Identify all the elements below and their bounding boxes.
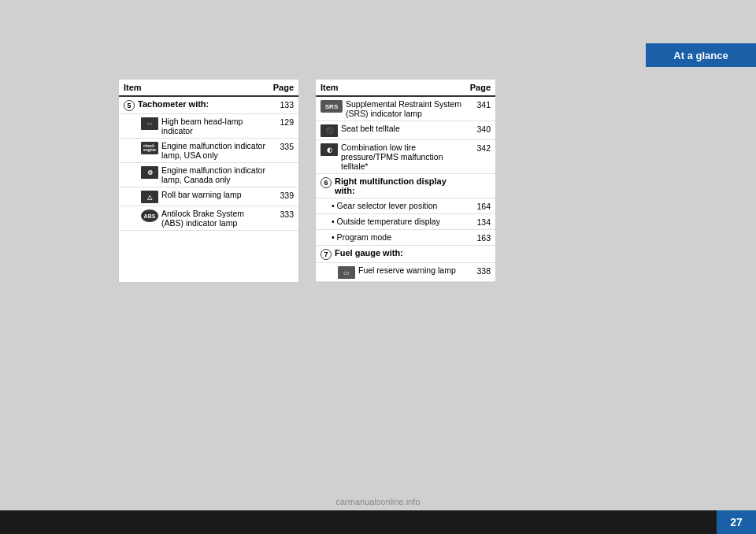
row-content: SRS Supplemental Restraint System (SRS) … (321, 99, 463, 118)
srs-icon: SRS (321, 100, 343, 113)
rollbar-icon: △ (141, 191, 158, 203)
row-content: 6 Right multifunction display with: (321, 176, 463, 195)
page-number: 27 (730, 516, 743, 528)
table-row: 7 Fuel gauge with: (316, 246, 495, 263)
table-row: • Gear selector lever position 164 (316, 198, 495, 214)
row-content: 5 Tachometer with: (124, 99, 266, 111)
table-row: △ Roll bar warning lamp 339 (119, 187, 298, 206)
rollbar-label: Roll bar warning lamp (161, 190, 242, 199)
table-row: ⚙ Engine malfunction indicator lamp, Can… (119, 163, 298, 187)
program-mode-page: 163 (463, 232, 491, 243)
seatbelt-icon: ⚫ (321, 124, 338, 137)
outside-temp-page: 134 (463, 217, 491, 227)
fuel-gauge-page (463, 248, 491, 249)
row-content: • Gear selector lever position (322, 201, 463, 210)
outside-temp-label: • Outside temperature display (322, 217, 463, 226)
circle-6-icon: 6 (321, 177, 332, 188)
row-content: ⚫ Seat belt telltale (321, 124, 463, 137)
page-number-box: 27 (717, 510, 756, 534)
right-table: Item Page SRS Supplemental Restraint Sys… (315, 79, 496, 283)
tpms-icon: ◐ (321, 143, 338, 156)
table-row: • Outside temperature display 134 (316, 214, 495, 230)
row-content: ○○ High beam head-lamp indicator (141, 117, 266, 135)
multifunction-page (463, 176, 491, 177)
engine-mal-usa-page: 335 (266, 141, 294, 151)
chapter-tab-label: At a glance (673, 50, 728, 61)
left-header-page: Page (266, 83, 294, 92)
headlamp-icon: ○○ (141, 117, 158, 130)
srs-page: 341 (463, 99, 491, 109)
fuel-reserve-page: 338 (463, 265, 491, 276)
right-header-item: Item (321, 83, 463, 92)
engine-mal-ca-page (266, 165, 294, 166)
chapter-tab: At a glance (646, 43, 756, 67)
table-row: • Program mode 163 (316, 230, 495, 246)
multifunction-label: Right multifunction display with: (335, 176, 463, 195)
left-table: Item Page 5 Tachometer with: 133 ○○ High… (118, 79, 299, 283)
engine-mal-ca-label: Engine malfunction indicator lamp, Canad… (161, 165, 266, 184)
left-table-header: Item Page (119, 80, 298, 97)
highbeam-page: 129 (266, 117, 294, 127)
gear-selector-page: 164 (463, 201, 491, 211)
tpms-page: 342 (463, 143, 491, 153)
watermark: carmanualsonline.info (335, 497, 420, 506)
engine-canada-icon: ⚙ (141, 166, 158, 179)
tpms-label: Combination low tire pressure/TPMS malfu… (341, 143, 463, 171)
engine-mal-usa-label: Engine malfunction indicator lamp, USA o… (161, 141, 266, 160)
row-content: checkengine Engine malfunction indicator… (141, 141, 266, 160)
fuel-gauge-label: Fuel gauge with: (335, 248, 403, 258)
right-table-header: Item Page (316, 80, 495, 97)
table-row: ▭ Fuel reserve warning lamp 338 (316, 263, 495, 282)
highbeam-label: High beam head-lamp indicator (161, 117, 266, 135)
rollbar-page: 339 (266, 190, 294, 200)
table-row: ABS Antilock Brake System (ABS) indicato… (119, 206, 298, 231)
row-content: • Outside temperature display (322, 217, 463, 226)
table-row: 5 Tachometer with: 133 (119, 97, 298, 114)
row-content: ◐ Combination low tire pressure/TPMS mal… (321, 143, 463, 171)
table-row: ◐ Combination low tire pressure/TPMS mal… (316, 140, 495, 174)
row-content: • Program mode (322, 232, 463, 242)
table-row: checkengine Engine malfunction indicator… (119, 139, 298, 163)
srs-label: Supplemental Restraint System (SRS) indi… (346, 99, 463, 118)
row-content: ABS Antilock Brake System (ABS) indicato… (141, 209, 266, 228)
row-content: △ Roll bar warning lamp (141, 190, 266, 203)
right-header-page: Page (463, 83, 491, 92)
abs-label: Antilock Brake System (ABS) indicator la… (161, 209, 266, 228)
left-header-item: Item (124, 83, 266, 92)
tachometer-page: 133 (266, 99, 294, 109)
row-content: ▭ Fuel reserve warning lamp (338, 265, 463, 279)
seatbelt-label: Seat belt telltale (341, 124, 400, 133)
fuel-reserve-label: Fuel reserve warning lamp (358, 265, 456, 275)
check-engine-icon: checkengine (141, 142, 158, 154)
seatbelt-page: 340 (463, 124, 491, 134)
table-row: SRS Supplemental Restraint System (SRS) … (316, 97, 495, 121)
table-row: 6 Right multifunction display with: (316, 174, 495, 198)
abs-icon: ABS (141, 210, 158, 222)
circle-7-icon: 7 (321, 249, 332, 260)
tables-container: Item Page 5 Tachometer with: 133 ○○ High… (118, 79, 496, 283)
circle-5-icon: 5 (124, 100, 135, 111)
table-row: ○○ High beam head-lamp indicator 129 (119, 114, 298, 139)
row-content: ⚙ Engine malfunction indicator lamp, Can… (141, 165, 266, 184)
abs-page: 333 (266, 209, 294, 219)
watermark-text: carmanualsonline.info (335, 497, 420, 506)
fuel-warning-icon: ▭ (338, 266, 355, 279)
tachometer-label: Tachometer with: (138, 99, 209, 109)
program-mode-label: • Program mode (322, 232, 463, 242)
gear-selector-label: • Gear selector lever position (322, 201, 463, 210)
row-content: 7 Fuel gauge with: (321, 248, 463, 260)
table-row: ⚫ Seat belt telltale 340 (316, 121, 495, 140)
